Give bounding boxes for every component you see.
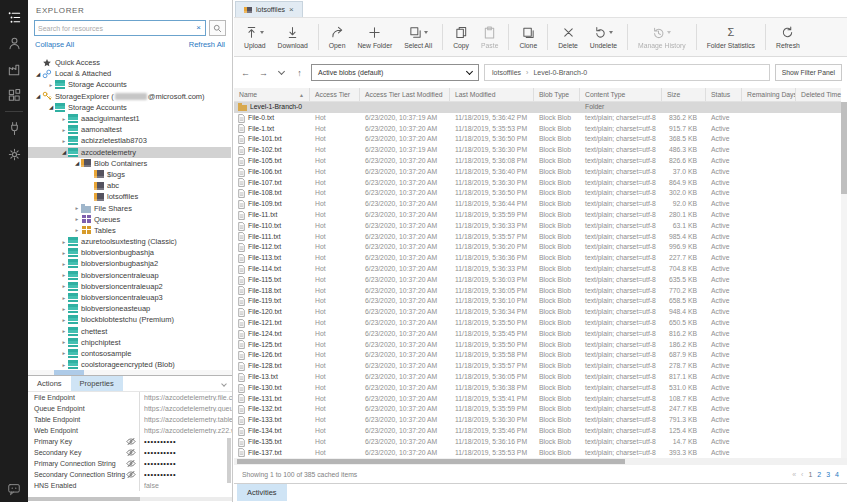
table-row[interactable]: File-112.txtHot6/23/2020, 10:37:20 AM11/… bbox=[234, 242, 841, 253]
table-row[interactable]: File-107.txtHot6/23/2020, 10:37:20 AM11/… bbox=[234, 178, 841, 189]
refresh-all-link[interactable]: Refresh All bbox=[189, 40, 225, 49]
tree-item[interactable]: ▸acbizzletestlab8703 bbox=[28, 135, 231, 146]
collapse-arrow-icon[interactable]: ◢ bbox=[73, 160, 81, 166]
tab-properties[interactable]: Properties bbox=[71, 376, 123, 391]
tree-item[interactable]: ▸Storage Accounts bbox=[28, 79, 231, 90]
tree-item[interactable]: ▸coolstorageencrypted (Blob) bbox=[28, 359, 231, 370]
scrollbar-thumb[interactable] bbox=[841, 102, 847, 194]
tree-item[interactable]: ◢azcodetelemetry bbox=[28, 147, 231, 158]
tree-item[interactable]: ▸aaaciguimantest1 bbox=[28, 113, 231, 124]
table-row[interactable]: File-132.txtHot6/23/2020, 10:37:20 AM11/… bbox=[234, 404, 841, 415]
account-button[interactable] bbox=[0, 30, 28, 56]
breadcrumb[interactable]: lotsoffiles › Level-0-Branch-0 bbox=[484, 64, 770, 81]
column-header-content-type[interactable]: Content Type bbox=[580, 88, 662, 101]
expand-arrow-icon[interactable]: ▸ bbox=[60, 350, 68, 356]
tree-item[interactable]: ◢Blob Containers bbox=[28, 158, 231, 169]
table-row[interactable]: File-125.txtHot6/23/2020, 10:37:20 AM11/… bbox=[234, 340, 841, 351]
undelete-button[interactable]: Undelete bbox=[584, 26, 623, 49]
column-header-access-tier-last-modified[interactable]: Access Tier Last Modified bbox=[360, 88, 450, 101]
upload-button[interactable]: Upload bbox=[238, 26, 272, 49]
table-row[interactable]: File-124.txtHot6/23/2020, 10:37:20 AM11/… bbox=[234, 329, 841, 340]
tab-activities[interactable]: Activities bbox=[237, 484, 287, 501]
scrollbar-thumb[interactable] bbox=[237, 459, 625, 464]
expand-arrow-icon[interactable]: ▸ bbox=[47, 82, 55, 88]
column-header-access-tier[interactable]: Access Tier bbox=[310, 88, 360, 101]
table-row[interactable]: File-118.txtHot6/23/2020, 10:37:20 AM11/… bbox=[234, 286, 841, 297]
show-filter-panel-button[interactable]: Show Filter Panel bbox=[775, 64, 842, 81]
tree-item[interactable]: ▸chipchiptest bbox=[28, 337, 231, 348]
page-2[interactable]: 2 bbox=[817, 471, 821, 478]
table-row[interactable]: File-101.txtHot6/23/2020, 10:37:20 AM11/… bbox=[234, 134, 841, 145]
table-row[interactable]: File-102.txtHot6/23/2020, 10:37:19 AM11/… bbox=[234, 145, 841, 156]
table-row[interactable]: File-135.txtHot6/23/2020, 10:37:20 AM11/… bbox=[234, 437, 841, 448]
table-row[interactable]: File-126.txtHot6/23/2020, 10:37:20 AM11/… bbox=[234, 350, 841, 361]
table-row[interactable]: File-121.txtHot6/23/2020, 10:37:20 AM11/… bbox=[234, 318, 841, 329]
clear-icon[interactable]: × bbox=[195, 24, 202, 32]
tree-item[interactable]: ▸azuretoolsuxtesting (Classic) bbox=[28, 236, 231, 247]
search-button[interactable] bbox=[209, 20, 226, 36]
table-row[interactable]: File-134.txtHot6/23/2020, 10:37:20 AM11/… bbox=[234, 426, 841, 437]
select-all-button[interactable]: Select All bbox=[398, 26, 438, 49]
collapse-all-link[interactable]: Collapse All bbox=[35, 40, 74, 49]
column-header-status[interactable]: Status bbox=[706, 88, 742, 101]
search-input[interactable] bbox=[38, 25, 195, 32]
table-row[interactable]: File-111.txtHot6/23/2020, 10:37:20 AM11/… bbox=[234, 232, 841, 243]
tree-item[interactable]: ▸contososample bbox=[28, 348, 231, 359]
tree-item[interactable]: ▸blobversionbugbashja bbox=[28, 247, 231, 258]
table-row[interactable]: File-0.txtHot6/23/2020, 10:37:19 AM11/18… bbox=[234, 113, 841, 124]
expand-arrow-icon[interactable]: ▸ bbox=[60, 362, 68, 368]
table-row[interactable]: File-133.txtHot6/23/2020, 10:37:20 AM11/… bbox=[234, 415, 841, 426]
table-row[interactable]: File-108.txtHot6/23/2020, 10:37:20 AM11/… bbox=[234, 188, 841, 199]
tree-item[interactable]: ▸chettest bbox=[28, 326, 231, 337]
page-4[interactable]: 4 bbox=[835, 471, 839, 478]
expand-arrow-icon[interactable]: ▸ bbox=[60, 116, 68, 122]
new-folder-button[interactable]: New Folder bbox=[351, 26, 398, 49]
download-button[interactable]: Download bbox=[272, 26, 314, 49]
column-header-name[interactable]: Name▲ bbox=[234, 88, 310, 101]
table-row[interactable]: File-114.txtHot6/23/2020, 10:37:20 AM11/… bbox=[234, 264, 841, 275]
expand-arrow-icon[interactable]: ▸ bbox=[60, 272, 68, 278]
table-row[interactable]: File-131.txtHot6/23/2020, 10:37:20 AM11/… bbox=[234, 394, 841, 405]
tree-item[interactable]: ▸blobversioncentraleuap bbox=[28, 270, 231, 281]
column-header-blob-type[interactable]: Blob Type bbox=[534, 88, 580, 101]
table-row[interactable]: File-115.txtHot6/23/2020, 10:37:20 AM11/… bbox=[234, 275, 841, 286]
table-row[interactable]: File-11.txtHot6/23/2020, 10:37:20 AM11/1… bbox=[234, 210, 841, 221]
column-header-remaining-days[interactable]: Remaining Days bbox=[742, 88, 796, 101]
clone-button[interactable]: Clone bbox=[513, 26, 543, 49]
folder-row[interactable]: Level-1-Branch-0Folder bbox=[234, 102, 841, 113]
tree-item[interactable]: ▸blockblobtestchu (Premium) bbox=[28, 314, 231, 325]
expand-arrow-icon[interactable]: ▸ bbox=[60, 295, 68, 301]
refresh-button[interactable]: Refresh bbox=[770, 26, 806, 49]
tree-item[interactable]: Quick Access bbox=[28, 57, 231, 68]
collapse-arrow-icon[interactable]: ◢ bbox=[47, 104, 55, 110]
expand-arrow-icon[interactable]: ▸ bbox=[60, 339, 68, 345]
tree-item[interactable]: ◢StorageExplorer (@microsoft.com) bbox=[28, 91, 231, 102]
table-row[interactable]: File-128.txtHot6/23/2020, 10:37:20 AM11/… bbox=[234, 361, 841, 372]
connect-button[interactable] bbox=[0, 115, 28, 141]
breadcrumb-item[interactable]: Level-0-Branch-0 bbox=[533, 69, 587, 76]
expand-arrow-icon[interactable]: ▸ bbox=[60, 306, 68, 312]
tree-item[interactable]: ▸Tables bbox=[28, 225, 231, 236]
tree-item[interactable]: ▸File Shares bbox=[28, 202, 231, 213]
tree-item[interactable]: ▸blobversioneasteuap bbox=[28, 303, 231, 314]
table-row[interactable]: File-137.txtHot6/23/2020, 10:37:20 AM11/… bbox=[234, 448, 841, 459]
chevron-down-icon[interactable] bbox=[221, 381, 227, 387]
table-row[interactable]: File-109.txtHot6/23/2020, 10:37:20 AM11/… bbox=[234, 199, 841, 210]
tab-actions[interactable]: Actions bbox=[28, 376, 71, 391]
emulator-button[interactable] bbox=[0, 56, 28, 82]
tab-lotsoffiles[interactable]: lotsoffiles × bbox=[235, 1, 303, 17]
eye-slash-icon[interactable] bbox=[126, 448, 136, 457]
table-row[interactable]: File-130.txtHot6/23/2020, 10:37:20 AM11/… bbox=[234, 383, 841, 394]
extensions-button[interactable] bbox=[0, 82, 28, 108]
tree-item[interactable]: ▸blobversioncentraleuap3 bbox=[28, 292, 231, 303]
tree-item[interactable]: ▸aamonaltest bbox=[28, 124, 231, 135]
expand-arrow-icon[interactable]: ▸ bbox=[60, 283, 68, 289]
breadcrumb-item[interactable]: lotsoffiles bbox=[492, 69, 521, 76]
table-row[interactable]: File-120.txtHot6/23/2020, 10:37:20 AM11/… bbox=[234, 307, 841, 318]
column-header-size[interactable]: Size bbox=[662, 88, 706, 101]
settings-button[interactable] bbox=[0, 141, 28, 167]
tree-item[interactable]: ▸Queues bbox=[28, 214, 231, 225]
eye-slash-icon[interactable] bbox=[126, 470, 136, 479]
scrollbar-thumb[interactable] bbox=[28, 497, 140, 501]
table-row[interactable]: File-110.txtHot6/23/2020, 10:37:20 AM11/… bbox=[234, 221, 841, 232]
